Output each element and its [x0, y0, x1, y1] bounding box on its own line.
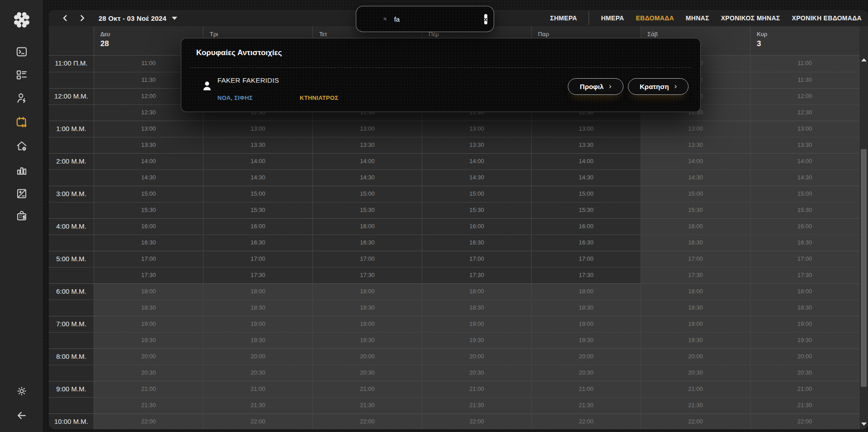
scroll-down-icon[interactable]	[861, 423, 867, 426]
slot-Τετ-22:00[interactable]: 22:00	[312, 414, 422, 429]
slot-Κυρ-11:00[interactable]: 11:00	[750, 56, 859, 72]
slot-Παρ-21:30[interactable]: 21:30	[531, 398, 641, 413]
slot-Σάβ-22:00[interactable]: 22:00	[641, 414, 750, 429]
slot-Τετ-17:00[interactable]: 17:00	[312, 251, 422, 267]
result-name[interactable]: FAKER FAKERIDIS	[217, 76, 279, 84]
slot-Κυρ-17:30[interactable]: 17:30	[750, 268, 859, 283]
slot-Πέμ-19:30[interactable]: 19:30	[422, 333, 531, 348]
slot-Τρι-16:30[interactable]: 16:30	[203, 235, 312, 251]
slot-Δευ-16:00[interactable]: 16:00	[94, 219, 203, 235]
slot-Τετ-19:30[interactable]: 19:30	[312, 333, 422, 348]
slot-Σάβ-20:30[interactable]: 20:30	[641, 365, 750, 381]
slot-Πέμ-15:30[interactable]: 15:30	[422, 202, 531, 218]
slot-Κυρ-12:30[interactable]: 12:30	[750, 105, 859, 121]
slot-Κυρ-11:30[interactable]: 11:30	[750, 72, 859, 88]
slot-Τρι-13:00[interactable]: 13:00	[203, 121, 312, 137]
slot-Σάβ-15:00[interactable]: 15:00	[641, 186, 750, 202]
slot-Τρι-16:00[interactable]: 16:00	[203, 219, 312, 235]
slot-Κυρ-18:30[interactable]: 18:30	[750, 300, 859, 316]
slot-Δευ-17:00[interactable]: 17:00	[94, 251, 203, 267]
vertical-scrollbar[interactable]	[859, 56, 868, 429]
slot-Τρι-21:30[interactable]: 21:30	[203, 398, 312, 413]
slot-Δευ-20:00[interactable]: 20:00	[94, 349, 203, 365]
slot-Πέμ-18:00[interactable]: 18:00	[422, 284, 531, 300]
exposure-adjust-icon[interactable]	[15, 188, 28, 200]
slot-Πέμ-15:00[interactable]: 15:00	[422, 186, 531, 202]
slot-Δευ-21:00[interactable]: 21:00	[94, 381, 203, 397]
slot-Σάβ-16:00[interactable]: 16:00	[641, 219, 750, 235]
slot-Σάβ-13:00[interactable]: 13:00	[641, 121, 750, 137]
slot-Τρι-15:30[interactable]: 15:30	[203, 202, 312, 218]
tab-day[interactable]: ΗΜΕΡΑ	[601, 14, 624, 22]
slot-Σάβ-14:00[interactable]: 14:00	[641, 154, 750, 169]
tab-today[interactable]: ΣΗΜΕΡΑ	[550, 14, 577, 22]
slot-Σάβ-17:30[interactable]: 17:30	[641, 268, 750, 283]
slot-Πέμ-21:30[interactable]: 21:30	[422, 398, 531, 413]
user-lightning-icon[interactable]	[15, 92, 28, 104]
slot-Κυρ-15:00[interactable]: 15:00	[750, 186, 859, 202]
slot-Σάβ-21:30[interactable]: 21:30	[641, 398, 750, 413]
slot-Κυρ-14:30[interactable]: 14:30	[750, 170, 859, 186]
slot-Τρι-14:30[interactable]: 14:30	[203, 170, 312, 186]
slot-Κυρ-19:30[interactable]: 19:30	[750, 333, 859, 348]
slot-Δευ-18:00[interactable]: 18:00	[94, 284, 203, 300]
slot-Τετ-15:00[interactable]: 15:00	[312, 186, 422, 202]
slot-Τετ-18:30[interactable]: 18:30	[312, 300, 422, 316]
slot-Πέμ-13:30[interactable]: 13:30	[422, 137, 531, 153]
slot-Παρ-17:00[interactable]: 17:00	[531, 251, 641, 267]
slot-Τετ-16:30[interactable]: 16:30	[312, 235, 422, 251]
slot-Παρ-14:30[interactable]: 14:30	[531, 170, 641, 186]
slot-Τετ-16:00[interactable]: 16:00	[312, 219, 422, 235]
slot-Παρ-13:00[interactable]: 13:00	[531, 121, 641, 137]
scroll-up-icon[interactable]	[861, 58, 867, 61]
slot-Παρ-20:30[interactable]: 20:30	[531, 365, 641, 381]
slot-Παρ-18:00[interactable]: 18:00	[531, 284, 641, 300]
tab-timeline-week[interactable]: ΧΡΟΝΙΚΗ ΕΒΔΟΜΑΔΑ	[792, 14, 862, 22]
slot-Κυρ-15:30[interactable]: 15:30	[750, 202, 859, 218]
slot-Τετ-14:00[interactable]: 14:00	[312, 154, 422, 169]
slot-Παρ-16:00[interactable]: 16:00	[531, 219, 641, 235]
slot-Κυρ-20:00[interactable]: 20:00	[750, 349, 859, 365]
slot-Κυρ-14:00[interactable]: 14:00	[750, 154, 859, 169]
slot-Τετ-20:30[interactable]: 20:30	[312, 365, 422, 381]
slot-Παρ-19:30[interactable]: 19:30	[531, 333, 641, 348]
slot-Σάβ-19:00[interactable]: 19:00	[641, 316, 750, 332]
slot-Τετ-21:00[interactable]: 21:00	[312, 381, 422, 397]
date-range-selector[interactable]: 28 Οκτ - 03 Νοέ 2024	[99, 14, 177, 22]
slot-Δευ-21:30[interactable]: 21:30	[94, 398, 203, 413]
slot-Παρ-19:00[interactable]: 19:00	[531, 316, 641, 332]
slot-Σάβ-17:00[interactable]: 17:00	[641, 251, 750, 267]
slot-Κυρ-16:00[interactable]: 16:00	[750, 219, 859, 235]
search-input[interactable]	[394, 15, 484, 23]
slot-Πέμ-17:00[interactable]: 17:00	[422, 251, 531, 267]
slot-Δευ-18:30[interactable]: 18:30	[94, 300, 203, 316]
slot-Τρι-21:00[interactable]: 21:00	[203, 381, 312, 397]
slot-Τετ-18:00[interactable]: 18:00	[312, 284, 422, 300]
slot-Τρι-20:00[interactable]: 20:00	[203, 349, 312, 365]
slot-Κυρ-20:30[interactable]: 20:30	[750, 365, 859, 381]
slot-Κυρ-21:00[interactable]: 21:00	[750, 381, 859, 397]
slot-Τετ-13:00[interactable]: 13:00	[312, 121, 422, 137]
slot-Πέμ-14:30[interactable]: 14:30	[422, 170, 531, 186]
slot-Τρι-17:30[interactable]: 17:30	[203, 268, 312, 283]
slot-Τετ-20:00[interactable]: 20:00	[312, 349, 422, 365]
layout-list-icon[interactable]	[15, 69, 28, 81]
slot-Τετ-21:30[interactable]: 21:30	[312, 398, 422, 413]
result-owner-link[interactable]: ΝΟΑ, ΣΙΦΗΣ	[217, 94, 253, 101]
slot-Σάβ-20:00[interactable]: 20:00	[641, 349, 750, 365]
tab-timeline-month[interactable]: ΧΡΟΝΙΚΟΣ ΜΗΝΑΣ	[721, 14, 780, 22]
slot-Πέμ-21:00[interactable]: 21:00	[422, 381, 531, 397]
slot-Σάβ-14:30[interactable]: 14:30	[641, 170, 750, 186]
slot-Παρ-20:00[interactable]: 20:00	[531, 349, 641, 365]
scrollbar-thumb[interactable]	[861, 149, 867, 387]
slot-Πέμ-20:30[interactable]: 20:30	[422, 365, 531, 381]
slot-Τρι-15:00[interactable]: 15:00	[203, 186, 312, 202]
slot-Τρι-17:00[interactable]: 17:00	[203, 251, 312, 267]
slot-Σάβ-16:30[interactable]: 16:30	[641, 235, 750, 251]
slot-Δευ-14:30[interactable]: 14:30	[94, 170, 203, 186]
slot-Πέμ-16:30[interactable]: 16:30	[422, 235, 531, 251]
slot-Σάβ-13:30[interactable]: 13:30	[641, 137, 750, 153]
slot-Τρι-18:30[interactable]: 18:30	[203, 300, 312, 316]
slot-Τετ-19:00[interactable]: 19:00	[312, 316, 422, 332]
sun-theme-icon[interactable]	[15, 385, 28, 397]
